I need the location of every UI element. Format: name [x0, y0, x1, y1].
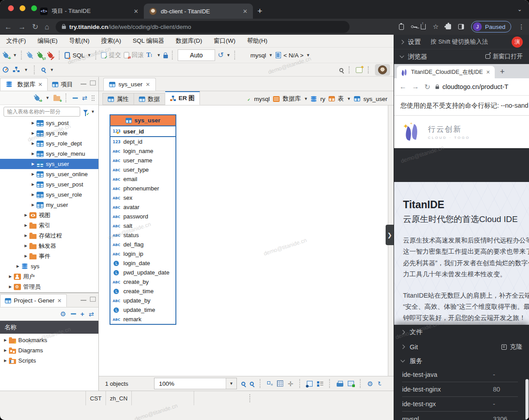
gear-icon[interactable]: ⚙ [60, 311, 66, 317]
expander-icon[interactable]: ▶ [23, 223, 28, 227]
transaction-log-icon[interactable]: T⠇ [146, 52, 154, 59]
close-icon[interactable]: ✕ [146, 81, 150, 88]
tree-item[interactable]: ▶ 事件 [0, 251, 98, 261]
tree-item[interactable]: ▶ 触发器 [0, 241, 98, 251]
zoom-dropdown-icon[interactable]: ▼ [226, 378, 236, 389]
er-column-row[interactable]: del_flag [110, 240, 175, 249]
er-column-row[interactable]: email [110, 174, 175, 184]
er-column-row[interactable]: password [110, 212, 175, 221]
er-column-row[interactable]: login_date [110, 258, 175, 268]
settings-section-row[interactable]: 设置 按 Shift 键切换输入法 演 [394, 35, 529, 49]
maximize-window-button[interactable] [31, 5, 37, 11]
expander-icon[interactable]: ▶ [30, 131, 36, 135]
chevron-right-icon[interactable] [401, 345, 405, 349]
tree-item[interactable]: ▶ sys_role [0, 128, 98, 138]
menu-item[interactable]: SQL 编辑器 [133, 37, 164, 45]
chevron-down-icon[interactable] [400, 54, 404, 58]
tree-item[interactable]: ▶ sys_role_dept [0, 138, 98, 149]
history-dropdown-icon[interactable]: ▼ [226, 53, 230, 57]
refresh-icon[interactable]: ↻ [378, 380, 381, 387]
expander-icon[interactable]: ▶ [30, 193, 36, 197]
er-column-row[interactable]: status [110, 230, 175, 240]
er-column-row[interactable]: update_time [110, 305, 175, 315]
dashboard-icon[interactable] [3, 67, 8, 73]
perspective-icon[interactable] [356, 67, 362, 73]
share-icon[interactable] [421, 24, 426, 29]
expander-icon[interactable]: ▶ [23, 213, 28, 217]
address-bar[interactable]: try.titanide.cn/ide/web/coding/db-client… [56, 21, 350, 33]
er-canvas[interactable]: sys_user user_id [99, 105, 394, 376]
schema-dropdown-icon[interactable]: ▼ [306, 53, 310, 57]
tree-item[interactable]: ▶ sys_post [0, 118, 98, 128]
chevron-down-icon[interactable] [401, 358, 405, 363]
service-row[interactable]: ide-test-java - [402, 368, 518, 382]
browser-section-row[interactable]: 浏览器 新窗口打开 [394, 49, 529, 64]
search-dropdown-icon[interactable]: ▼ [50, 68, 54, 72]
close-tab-icon[interactable]: ✕ [243, 8, 248, 15]
embedded-browser-tab[interactable]: TitanIDE_CloudIDE_在线IDE ✕ [397, 66, 495, 78]
er-column-row[interactable]: login_ip [110, 249, 175, 258]
menu-item[interactable]: 搜索(A) [101, 37, 121, 45]
er-column-row[interactable]: phonenumber [110, 184, 175, 193]
menu-item[interactable]: 窗口(W) [214, 37, 236, 45]
chevron-right-icon[interactable] [400, 40, 404, 44]
view-settings-icon[interactable] [317, 381, 323, 387]
breadcrumb-schema[interactable]: ry [320, 96, 325, 102]
close-icon[interactable]: ✕ [486, 69, 490, 75]
breadcrumb-table-label[interactable]: 表 [338, 95, 344, 103]
er-column-row[interactable]: create_by [110, 277, 175, 287]
reload-button[interactable]: ↻ [32, 23, 38, 31]
tab-search-chevron-icon[interactable]: ⌄ [517, 6, 522, 12]
new-connection-icon[interactable] [34, 94, 41, 102]
rollback-button[interactable]: 回滚 [132, 51, 144, 59]
side-panel-icon[interactable] [458, 24, 464, 29]
toggle-grid-icon[interactable] [277, 380, 283, 387]
breadcrumb-table-dropdown-icon[interactable]: ▼ [347, 97, 351, 101]
chevron-right-icon[interactable] [401, 330, 405, 335]
print-icon[interactable] [337, 383, 343, 387]
collapse-all-icon[interactable] [73, 97, 78, 99]
service-row[interactable]: ide-test-ngx - [402, 397, 518, 412]
add-note-icon[interactable] [307, 381, 313, 387]
zoom-out-icon[interactable] [250, 382, 254, 386]
browser-tab-db-client[interactable]: db-client - TitanIDE ✕ [144, 4, 253, 19]
zoom-in-icon[interactable] [241, 382, 245, 386]
reconnect-button[interactable] [37, 52, 45, 59]
transaction-dropdown-icon[interactable]: ▼ [157, 53, 161, 57]
user-avatar-button[interactable] [375, 64, 390, 76]
new-folder-icon[interactable] [53, 96, 60, 101]
menu-item[interactable]: 文件(F) [6, 37, 26, 45]
tree-item[interactable]: ▶ 索引 [0, 220, 98, 230]
save-image-icon[interactable] [348, 381, 354, 386]
er-column-row[interactable]: user_id [110, 126, 175, 137]
er-column-row[interactable]: create_time [110, 287, 175, 296]
tree-item[interactable]: ▶ 系统信息 [0, 292, 98, 292]
clipboard-icon[interactable] [399, 24, 404, 30]
expander-icon[interactable]: ▶ [3, 359, 8, 363]
editor-tab-sys-user[interactable]: sys_user ✕ [103, 78, 156, 91]
expander-icon[interactable]: ▶ [3, 348, 8, 352]
sql-editor-icon[interactable] [65, 52, 70, 59]
tab-project-general[interactable]: Project - Gener ✕ [0, 294, 67, 307]
tree-item[interactable]: ▶ sys_user_role [0, 190, 98, 200]
expander-icon[interactable]: ▶ [30, 152, 36, 156]
expander-icon[interactable]: ▶ [30, 203, 36, 207]
tab-database-navigator[interactable]: 数据库 ✕ [0, 78, 48, 91]
breadcrumb-connection[interactable]: mysql [254, 96, 270, 102]
auto-layout-icon[interactable] [267, 381, 273, 386]
password-manager-icon[interactable] [411, 25, 414, 28]
maximize-panel-icon[interactable] [90, 297, 96, 302]
close-window-button[interactable] [8, 5, 14, 11]
breadcrumb-db-dropdown-icon[interactable]: ▼ [304, 97, 308, 101]
service-row[interactable]: mysql 3306 [402, 412, 518, 420]
git-clone-button[interactable]: 克隆 [501, 343, 522, 351]
dock-scrollbar-thumb[interactable] [525, 379, 529, 420]
menu-item[interactable]: 帮助(H) [247, 37, 268, 45]
new-connection-dropdown-icon[interactable]: ▼ [13, 53, 17, 57]
back-button[interactable]: ← [4, 23, 12, 31]
browser-tab-project[interactable]: <t> 项目 - TitanIDE ✕ [35, 4, 144, 19]
tree-item[interactable]: ▶ 管理员 [0, 282, 98, 292]
er-column-row[interactable]: pwd_update_date [110, 268, 175, 277]
lock-toolbar-icon[interactable] [163, 55, 168, 58]
view-menu-icon[interactable] [91, 95, 95, 101]
